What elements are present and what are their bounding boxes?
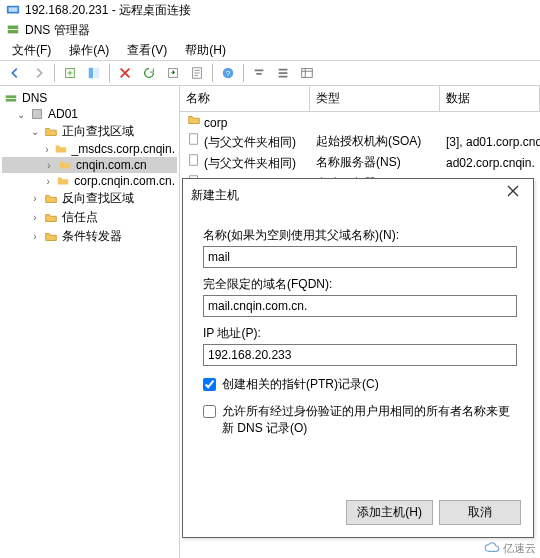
col-type[interactable]: 类型 xyxy=(310,86,440,111)
tree-trust-points[interactable]: › 信任点 xyxy=(2,208,177,227)
new-button[interactable] xyxy=(59,62,81,84)
chevron-down-icon[interactable]: ⌄ xyxy=(30,126,40,137)
properties-button[interactable] xyxy=(186,62,208,84)
dialog-body: 名称(如果为空则使用其父域名称)(N): 完全限定的域名(FQDN): IP 地… xyxy=(183,211,533,492)
refresh-button[interactable] xyxy=(138,62,160,84)
mmc-title-text: DNS 管理器 xyxy=(25,22,90,39)
chevron-down-icon[interactable]: ⌄ xyxy=(16,109,26,120)
svg-rect-15 xyxy=(6,99,17,102)
list-row[interactable]: corp xyxy=(180,112,540,131)
tree-zone-corp[interactable]: › corp.cnqin.com.cn. xyxy=(2,173,177,189)
dialog-buttons: 添加主机(H) 取消 xyxy=(183,492,533,537)
list-button[interactable] xyxy=(272,62,294,84)
back-button[interactable] xyxy=(4,62,26,84)
close-button[interactable] xyxy=(501,185,525,205)
dialog-title: 新建主机 xyxy=(191,187,239,204)
list-header: 名称 类型 数据 xyxy=(180,86,540,112)
ip-label: IP 地址(P): xyxy=(203,325,517,342)
menu-bar: 文件(F) 操作(A) 查看(V) 帮助(H) xyxy=(0,40,540,60)
tree-zone-cnqin[interactable]: › cnqin.com.cn xyxy=(2,157,177,173)
chevron-right-icon[interactable]: › xyxy=(30,231,40,242)
dns-icon xyxy=(4,91,18,105)
name-input[interactable] xyxy=(203,246,517,268)
menu-action[interactable]: 操作(A) xyxy=(61,40,117,61)
svg-rect-11 xyxy=(255,70,264,72)
new-host-dialog: 新建主机 名称(如果为空则使用其父域名称)(N): 完全限定的域名(FQDN):… xyxy=(182,178,534,538)
ip-input[interactable] xyxy=(203,344,517,366)
svg-rect-6 xyxy=(94,68,99,79)
chevron-right-icon[interactable]: › xyxy=(30,212,40,223)
tree-forward-zones[interactable]: ⌄ 正向查找区域 xyxy=(2,122,177,141)
tree-server[interactable]: ⌄ AD01 xyxy=(2,106,177,122)
svg-rect-3 xyxy=(8,29,19,33)
col-name[interactable]: 名称 xyxy=(180,86,310,111)
record-icon xyxy=(186,153,202,167)
delete-button[interactable] xyxy=(114,62,136,84)
svg-rect-17 xyxy=(190,134,198,145)
auth-label: 允许所有经过身份验证的用户用相同的所有者名称来更新 DNS 记录(O) xyxy=(222,403,517,437)
folder-icon xyxy=(44,125,58,139)
ptr-checkbox[interactable] xyxy=(203,378,216,391)
tree-conditional-fwd[interactable]: › 条件转发器 xyxy=(2,227,177,246)
ptr-label: 创建相关的指针(PTR)记录(C) xyxy=(222,376,379,393)
auth-checkbox[interactable] xyxy=(203,405,216,418)
export-button[interactable] xyxy=(162,62,184,84)
cancel-button[interactable]: 取消 xyxy=(439,500,521,525)
mmc-title-bar: DNS 管理器 xyxy=(0,20,540,40)
svg-rect-18 xyxy=(190,155,198,166)
rdp-icon xyxy=(6,3,20,17)
filter-button[interactable] xyxy=(248,62,270,84)
record-icon xyxy=(186,132,202,146)
dns-mmc-icon xyxy=(6,22,20,39)
svg-rect-13 xyxy=(302,69,313,78)
svg-rect-1 xyxy=(9,7,18,11)
toolbar: ? xyxy=(0,60,540,86)
menu-file[interactable]: 文件(F) xyxy=(4,40,59,61)
zone-icon xyxy=(58,158,72,172)
ptr-checkbox-row: 创建相关的指针(PTR)记录(C) xyxy=(203,376,517,393)
forward-button[interactable] xyxy=(28,62,50,84)
menu-help[interactable]: 帮助(H) xyxy=(177,40,234,61)
tree-root[interactable]: DNS xyxy=(2,90,177,106)
svg-text:?: ? xyxy=(226,69,231,78)
fqdn-label: 完全限定的域名(FQDN): xyxy=(203,276,517,293)
menu-view[interactable]: 查看(V) xyxy=(119,40,175,61)
zone-icon xyxy=(56,174,70,188)
add-host-button[interactable]: 添加主机(H) xyxy=(346,500,433,525)
svg-rect-14 xyxy=(6,95,17,98)
watermark-text: 亿速云 xyxy=(503,541,536,556)
svg-rect-16 xyxy=(33,110,42,119)
help-button[interactable]: ? xyxy=(217,62,239,84)
folder-icon xyxy=(44,230,58,244)
svg-rect-2 xyxy=(8,25,19,29)
chevron-right-icon[interactable]: › xyxy=(44,176,52,187)
auth-checkbox-row: 允许所有经过身份验证的用户用相同的所有者名称来更新 DNS 记录(O) xyxy=(203,403,517,437)
details-button[interactable] xyxy=(296,62,318,84)
tree-pane[interactable]: DNS ⌄ AD01 ⌄ 正向查找区域 › _msdcs.corp.cnqin.… xyxy=(0,86,180,558)
list-row[interactable]: (与父文件夹相同) 名称服务器(NS) ad02.corp.cnqin. xyxy=(180,152,540,173)
fqdn-input[interactable] xyxy=(203,295,517,317)
watermark: 亿速云 xyxy=(484,540,536,556)
chevron-right-icon[interactable]: › xyxy=(30,193,40,204)
tree-reverse-zones[interactable]: › 反向查找区域 xyxy=(2,189,177,208)
folder-icon xyxy=(186,113,202,127)
chevron-right-icon[interactable]: › xyxy=(44,160,54,171)
svg-rect-12 xyxy=(256,73,261,75)
folder-icon xyxy=(44,192,58,206)
dialog-titlebar: 新建主机 xyxy=(183,179,533,211)
name-label: 名称(如果为空则使用其父域名称)(N): xyxy=(203,227,517,244)
col-data[interactable]: 数据 xyxy=(440,86,540,111)
rdp-title-text: 192.168.20.231 - 远程桌面连接 xyxy=(25,2,191,19)
rdp-title-bar: 192.168.20.231 - 远程桌面连接 xyxy=(0,0,540,20)
show-tree-button[interactable] xyxy=(83,62,105,84)
server-icon xyxy=(30,107,44,121)
zone-icon xyxy=(54,142,68,156)
chevron-right-icon[interactable]: › xyxy=(44,144,50,155)
cloud-icon xyxy=(484,540,500,556)
list-row[interactable]: (与父文件夹相同) 起始授权机构(SOA) [3], ad01.corp.cnq xyxy=(180,131,540,152)
svg-rect-5 xyxy=(89,68,93,79)
tree-zone-msdcs[interactable]: › _msdcs.corp.cnqin. xyxy=(2,141,177,157)
folder-icon xyxy=(44,211,58,225)
